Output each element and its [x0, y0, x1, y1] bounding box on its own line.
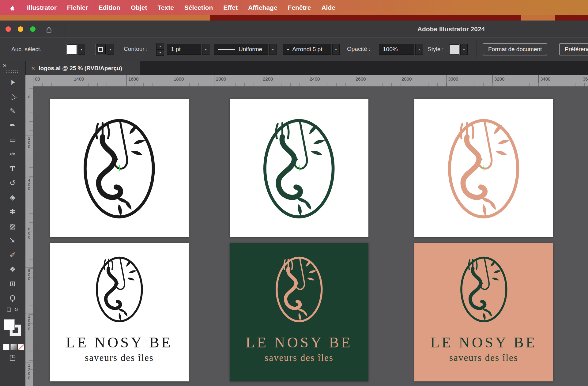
brush-select[interactable]: ● Arrondi 5 pt: [283, 44, 331, 55]
eraser-tool[interactable]: ◈: [0, 190, 25, 205]
wallpaper-block: [210, 15, 521, 21]
ruler-mark: 1600: [126, 75, 138, 86]
menu-item-edition[interactable]: Edition: [99, 4, 120, 11]
nosy-be-logo[interactable]: [91, 251, 148, 327]
document-tab-bar: × logos.ai @ 25 % (RVB/Aperçu): [25, 61, 588, 75]
fill-stroke-indicator[interactable]: [0, 317, 25, 341]
chevron-down-icon[interactable]: ▾: [269, 44, 277, 55]
wordmark-title: LE NOSY BE: [66, 334, 173, 351]
draw-mode-icon[interactable]: ◳: [0, 350, 25, 365]
nosy-be-logo[interactable]: [271, 251, 327, 327]
fill-color-swatch[interactable]: [67, 44, 77, 55]
nosy-be-logo[interactable]: [456, 251, 512, 327]
opacity-input[interactable]: 100%: [379, 44, 414, 55]
ruler-mark: 1 2 0 0: [25, 362, 33, 380]
menu-item-selection[interactable]: Sélection: [184, 4, 213, 11]
menu-item-illustrator[interactable]: Illustrator: [27, 4, 57, 11]
stroke-profile-value: Uniforme: [239, 46, 262, 53]
zoom-tool[interactable]: Ϙ: [0, 291, 25, 305]
chevron-down-icon[interactable]: ▾: [332, 44, 340, 55]
chevron-down-icon[interactable]: ▾: [78, 44, 85, 55]
rotate-tool[interactable]: ↺: [0, 176, 25, 190]
forward-arrow-icon[interactable]: ›: [415, 44, 423, 55]
crosshair-icon: [481, 165, 487, 171]
ruler-mark: 36: [581, 75, 588, 86]
crosshair-icon: [116, 165, 123, 171]
pen-tool[interactable]: ✒: [0, 118, 25, 133]
preferences-button[interactable]: Préférenc: [559, 43, 588, 55]
artboard-5[interactable]: LE NOSY BEsaveurs des îles: [230, 243, 368, 381]
stepper-up-icon[interactable]: ▴: [156, 43, 164, 50]
panel-grip-icon[interactable]: [6, 70, 19, 74]
eyedropper-tool[interactable]: ✐: [0, 248, 25, 262]
none-swatch-icon[interactable]: [18, 344, 24, 350]
close-window-button[interactable]: [6, 26, 11, 32]
menu-item-fichier[interactable]: Fichier: [67, 4, 88, 11]
color-swatch-icon[interactable]: [3, 344, 9, 350]
wallpaper-block: [555, 15, 588, 21]
stroke-weight-label[interactable]: Contour :: [124, 46, 148, 53]
rectangle-tool[interactable]: ▭: [0, 133, 25, 147]
panel-collapse-icon[interactable]: »: [3, 62, 6, 68]
eraser-icon: ◈: [10, 194, 15, 201]
gradient-tool[interactable]: ▨: [0, 219, 25, 233]
paintbrush-tool[interactable]: ✑: [0, 147, 25, 161]
type-tool[interactable]: T: [0, 161, 25, 176]
stroke-color-swatch[interactable]: [96, 44, 106, 55]
menu-item-affichage[interactable]: Affichage: [248, 4, 277, 11]
ruler-mark: 4 0 0: [25, 177, 33, 191]
ruler-mark: 2000: [214, 75, 226, 86]
menu-item-texte[interactable]: Texte: [158, 4, 174, 11]
fill-indicator[interactable]: [4, 319, 15, 330]
crosshair-icon: [296, 165, 303, 171]
scale-tool[interactable]: ⇲: [0, 233, 25, 248]
artboard-3[interactable]: [414, 99, 553, 237]
direct-selection-icon: ▷: [8, 93, 17, 101]
gradient-swatch-icon[interactable]: [10, 344, 17, 350]
horizontal-ruler[interactable]: 0014001600180020002200240026002800300032…: [25, 75, 588, 86]
color-mode-row: [0, 344, 25, 350]
wordmark-subtitle: saveurs des îles: [265, 352, 334, 363]
stroke-weight-input[interactable]: 1 pt: [167, 44, 201, 55]
artboard-tool[interactable]: ⊞: [0, 277, 25, 291]
chevron-down-icon[interactable]: ▾: [202, 44, 209, 55]
zoom-window-button[interactable]: [30, 26, 36, 32]
stroke-weight-stepper[interactable]: ▴ ▾: [156, 43, 164, 56]
stepper-down-icon[interactable]: ▾: [156, 50, 164, 56]
title-bar: ⌂ Adobe Illustrator 2024: [0, 21, 588, 37]
document-tab[interactable]: × logos.ai @ 25 % (RVB/Aperçu): [26, 61, 140, 75]
zoom-icon: Ϙ: [10, 295, 15, 302]
vertical-ruler[interactable]: 02 0 04 0 06 0 08 0 01 0 0 01 2 0 0: [25, 86, 33, 386]
line-preview-icon: [218, 49, 235, 50]
menu-item-objet[interactable]: Objet: [131, 4, 147, 11]
document-setup-button[interactable]: Format de document: [483, 43, 547, 55]
blend-tool[interactable]: ❖: [0, 262, 25, 277]
two-up-view-icon[interactable]: ❏: [7, 307, 11, 312]
artboard-4[interactable]: LE NOSY BEsaveurs des îles: [50, 243, 189, 381]
style-swatch[interactable]: [449, 44, 459, 55]
artboard-2[interactable]: [230, 99, 368, 237]
menu-item-effet[interactable]: Effet: [223, 4, 238, 11]
menu-item-fenetre[interactable]: Fenêtre: [288, 4, 311, 11]
minimize-window-button[interactable]: [18, 26, 23, 32]
shaper-tool[interactable]: ✽: [0, 205, 25, 219]
canvas[interactable]: LE NOSY BEsaveurs des îles LE NOSY BEsav…: [33, 86, 588, 386]
chevron-down-icon[interactable]: ▾: [107, 44, 114, 55]
ruler-mark: 6 0 0: [25, 226, 33, 240]
ruler-mark: 3200: [492, 75, 504, 86]
wordmark-subtitle: saveurs des îles: [449, 352, 518, 363]
blend-icon: ❖: [9, 266, 16, 273]
close-tab-icon[interactable]: ×: [31, 65, 35, 72]
artboard-6[interactable]: LE NOSY BEsaveurs des îles: [414, 243, 553, 381]
chevron-down-icon[interactable]: ▾: [460, 44, 468, 55]
artboard-1[interactable]: [50, 99, 189, 237]
opacity-label[interactable]: Opacité :: [347, 46, 370, 53]
stroke-profile-select[interactable]: Uniforme: [214, 44, 268, 55]
apple-icon[interactable]: [9, 4, 15, 12]
home-icon[interactable]: ⌂: [46, 23, 52, 35]
direct-selection-tool[interactable]: ▷: [0, 89, 25, 104]
rotate-view-icon[interactable]: ↻: [14, 307, 18, 312]
curvature-tool[interactable]: ✎: [0, 104, 25, 118]
selection-tool[interactable]: ➤: [0, 75, 25, 89]
menu-item-aide[interactable]: Aide: [321, 4, 335, 11]
